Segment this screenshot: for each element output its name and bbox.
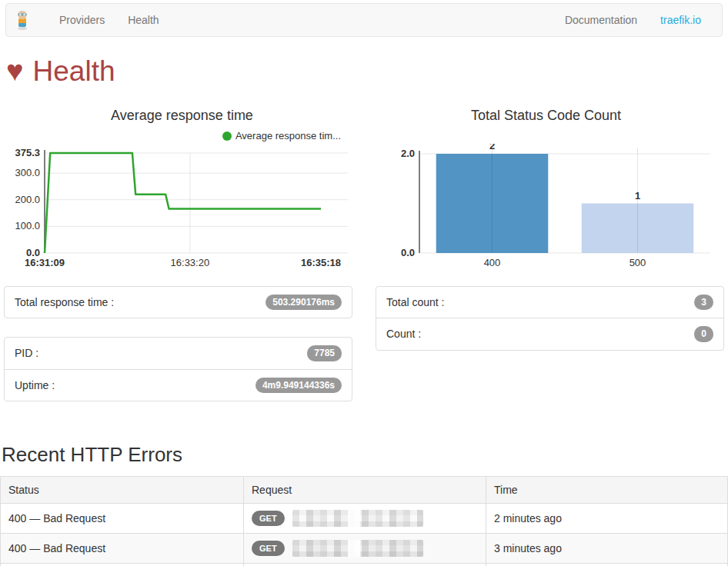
time-cell: 4 minutes ago [486, 563, 728, 566]
request-cell: GET [244, 533, 486, 563]
stat-row-total-count: Total count : 3 [376, 287, 723, 318]
svg-text:16:33:20: 16:33:20 [171, 257, 210, 268]
stat-label: Count : [386, 328, 421, 340]
svg-text:200.0: 200.0 [15, 194, 40, 205]
column-header-status: Status [1, 476, 244, 503]
navbar: Providers Health Documentation traefik.i… [5, 3, 723, 37]
charts-row: Average response time Average response t… [0, 94, 728, 278]
table-row: 500 — Internal Server Error GET 4 minute… [1, 563, 728, 566]
stat-row-count: Count : 0 [376, 318, 723, 349]
page-title-text: Health [33, 56, 115, 88]
redacted-url [292, 510, 423, 527]
stat-row-uptime: Uptime : 4m9.949144336s [5, 369, 352, 401]
column-header-request: Request [244, 476, 486, 503]
request-cell: GET [244, 563, 486, 566]
svg-text:300.0: 300.0 [15, 167, 40, 178]
svg-text:1: 1 [635, 189, 640, 201]
table-header-row: Status Request Time [1, 476, 728, 503]
svg-text:100.0: 100.0 [15, 220, 40, 231]
chart-title-avg-response: Average response time [0, 108, 364, 124]
svg-text:375.3: 375.3 [15, 147, 40, 158]
page-title: ♥ Health [6, 55, 728, 88]
nav-item-traefik-io[interactable]: traefik.io [649, 14, 713, 26]
nav-item-health[interactable]: Health [116, 14, 170, 26]
table-row: 400 — Bad Request GET 2 minutes ago [1, 503, 728, 533]
stats-col-left: Total response time : 503.290176ms PID :… [4, 286, 352, 420]
time-cell: 2 minutes ago [486, 503, 728, 533]
stat-panel-response-time: Total response time : 503.290176ms [4, 286, 352, 318]
recent-errors-table: Status Request Time 400 — Bad Request GE… [0, 476, 728, 566]
nav-item-documentation[interactable]: Documentation [553, 14, 649, 26]
status-cell: 400 — Bad Request [1, 533, 244, 563]
status-cell: 500 — Internal Server Error [1, 563, 244, 566]
time-cell: 3 minutes ago [486, 533, 728, 563]
stat-panel-counts: Total count : 3 Count : 0 [376, 286, 724, 351]
stat-value-badge: 503.290176ms [265, 295, 342, 310]
stat-value-badge: 4m9.949144336s [255, 378, 342, 393]
stats-row: Total response time : 503.290176ms PID :… [0, 286, 728, 420]
svg-text:2: 2 [489, 144, 495, 151]
navbar-right: Documentation traefik.io [553, 14, 713, 26]
line-chart-svg: 0.0100.0200.0300.0375.316:31:0916:33:201… [0, 144, 364, 278]
chart-title-status-code: Total Status Code Count [364, 108, 728, 124]
stat-label: Uptime : [15, 379, 55, 391]
stat-row-pid: PID : 7785 [5, 338, 352, 368]
chart-status-code-count: Total Status Code Count 0.02.024001500 [364, 94, 728, 278]
legend-dot-icon [222, 132, 232, 141]
heart-icon: ♥ [6, 55, 24, 88]
stat-label: Total response time : [15, 296, 114, 308]
svg-text:2.0: 2.0 [401, 148, 415, 159]
stat-label: PID : [15, 347, 38, 359]
http-method-badge: GET [252, 511, 285, 526]
request-cell: GET [244, 503, 486, 533]
chart-legend: Average response tim... [0, 128, 364, 144]
table-row: 400 — Bad Request GET 3 minutes ago [1, 533, 728, 563]
http-method-badge: GET [252, 541, 285, 556]
bar-chart-svg: 0.02.024001500 [364, 144, 728, 278]
stat-label: Total count : [386, 296, 445, 308]
stat-value-badge: 3 [694, 295, 713, 310]
status-cell: 400 — Bad Request [1, 503, 244, 533]
svg-text:400: 400 [484, 257, 501, 268]
stat-value-badge: 7785 [307, 345, 342, 361]
legend-spacer [364, 124, 728, 144]
traefik-logo-icon[interactable] [15, 8, 34, 32]
svg-text:16:31:09: 16:31:09 [25, 257, 65, 268]
column-header-time: Time [486, 476, 728, 503]
redacted-url [292, 540, 423, 557]
stat-value-badge: 0 [694, 326, 713, 341]
recent-errors-title: Recent HTTP Errors [2, 443, 728, 467]
nav-item-providers[interactable]: Providers [48, 14, 116, 26]
legend-label: Average response tim... [235, 130, 341, 142]
svg-text:500: 500 [629, 257, 646, 268]
stat-panel-process: PID : 7785 Uptime : 4m9.949144336s [4, 337, 352, 401]
svg-text:0.0: 0.0 [401, 247, 415, 258]
svg-text:16:35:18: 16:35:18 [301, 257, 341, 268]
stats-col-right: Total count : 3 Count : 0 [376, 286, 724, 420]
stat-row-total-response-time: Total response time : 503.290176ms [5, 287, 352, 318]
chart-avg-response-time: Average response time Average response t… [0, 94, 364, 278]
